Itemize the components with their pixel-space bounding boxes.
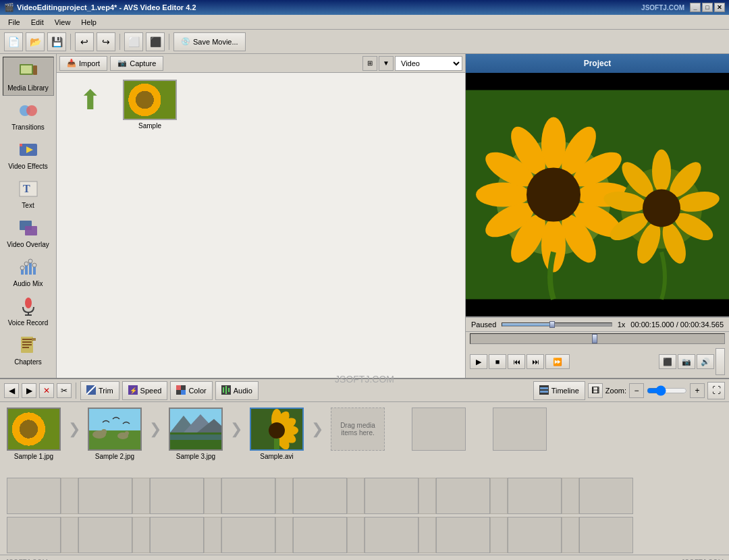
save-movie-button[interactable]: 💿 Save Movie...	[173, 32, 246, 51]
project-preview	[466, 73, 729, 316]
timeline-item-1[interactable]: Sample 2.jpg	[88, 408, 142, 460]
layout1-button[interactable]: ⬜	[124, 32, 143, 51]
stop-button[interactable]: ■	[489, 354, 506, 369]
small-arrow-r2-8	[562, 517, 579, 553]
small-thumb-7	[436, 478, 490, 514]
menu-help[interactable]: Help	[76, 17, 102, 28]
undo-button[interactable]: ↩	[75, 32, 94, 51]
play-button[interactable]: ▶	[470, 354, 487, 369]
seek-thumb	[592, 334, 597, 343]
maximize-button[interactable]: □	[702, 3, 713, 12]
trim-button[interactable]: Trim	[80, 381, 119, 400]
time-display: 00:00:15.000 / 00:00:34.565	[630, 320, 724, 329]
preview-art	[466, 73, 729, 316]
menu-edit[interactable]: Edit	[26, 17, 49, 28]
svg-rect-90	[274, 439, 279, 449]
svg-point-89	[269, 422, 285, 439]
window-title: VideoEditingproject_1.vep4* - AVS Video …	[17, 3, 641, 11]
media-toolbar: 📥 Import 📷 Capture ⊞ ▼ Video	[57, 54, 465, 73]
thumb-sunflower-2	[251, 409, 302, 449]
view-fullscreen-button[interactable]: ⬛	[659, 354, 676, 369]
nav-back-button[interactable]: ◀	[4, 383, 19, 398]
menu-view[interactable]: View	[49, 17, 76, 28]
sidebar-item-transitions[interactable]: Transitions	[3, 96, 54, 135]
seek-bar[interactable]	[470, 333, 725, 344]
audio-mix-label: Audio Mix	[14, 280, 43, 287]
svg-rect-14	[29, 262, 32, 275]
timeline-item-0[interactable]: Sample 1.jpg	[7, 408, 61, 460]
timeline-thumb-3	[250, 408, 304, 451]
redo-button[interactable]: ↪	[97, 32, 115, 51]
media-type-select[interactable]: Video	[395, 56, 462, 71]
layout2-button[interactable]: ⬛	[146, 32, 165, 51]
thumb-birds	[89, 409, 140, 449]
speed-label: Speed	[140, 387, 162, 395]
next-frame-button[interactable]: ⏭	[526, 354, 544, 369]
project-controls: Paused 1x 00:00:15.000 / 00:00:34.565 ▶ …	[466, 316, 729, 378]
menu-file[interactable]: File	[3, 17, 26, 28]
svg-rect-13	[25, 265, 28, 275]
import-button[interactable]: 📥 Import	[59, 56, 107, 71]
main-toolbar: 📄 📂 💾 ↩ ↪ ⬜ ⬛ 💿 Save Movie...	[0, 30, 729, 54]
bottom-status-bar: JSOFTJ.COM JSOFTJ.COM	[0, 555, 729, 560]
color-button[interactable]: Color	[170, 381, 212, 400]
menubar: File Edit View Help	[0, 15, 729, 30]
sidebar-item-text[interactable]: T Text	[3, 174, 54, 213]
sidebar-item-media-library[interactable]: Media Library	[3, 57, 54, 96]
filter-dropdown-btn[interactable]: ▼	[379, 56, 394, 71]
speed-button[interactable]: ⚡ Speed	[122, 381, 168, 400]
capture-button[interactable]: 📷 Capture	[110, 56, 163, 71]
new-button[interactable]: 📄	[4, 32, 23, 51]
sidebar-item-audio-mix[interactable]: Audio Mix	[3, 252, 54, 291]
import-shortcut[interactable]: ⬆	[63, 80, 117, 130]
delete-button[interactable]: ✕	[39, 383, 54, 398]
audio-button[interactable]: 🔊	[697, 354, 714, 369]
storyboard-btn[interactable]: 🎞	[588, 383, 603, 398]
timeline-drop-zone[interactable]: Drag media items here.	[331, 408, 385, 451]
timeline-item-2[interactable]: Sample 3.jpg	[169, 408, 223, 460]
sidebar-item-voice-record[interactable]: Voice Record	[3, 291, 54, 331]
audio-edit-button[interactable]: Audio	[215, 381, 259, 400]
timeline-main-row: Sample 1.jpg ❯	[0, 402, 729, 476]
jsoftj-brand: JSOFTJ.COM	[641, 4, 684, 11]
small-thumb-row2-3	[150, 517, 204, 553]
svg-point-75	[125, 431, 129, 435]
fullscreen-button[interactable]: ⛶	[707, 382, 725, 399]
zoom-slider[interactable]	[647, 385, 687, 396]
small-thumb-row2-5	[293, 517, 347, 553]
open-button[interactable]: 📂	[26, 32, 45, 51]
chapters-icon	[18, 335, 39, 356]
toolbar-separator-3	[169, 34, 169, 50]
small-thumb-8	[508, 478, 562, 514]
sidebar-item-video-effects[interactable]: Video Effects	[3, 135, 54, 174]
svg-point-46	[652, 150, 671, 193]
sidebar-item-chapters[interactable]: Chapters	[3, 331, 54, 370]
project-header: Project	[466, 54, 729, 73]
timeline-view-button[interactable]: Timeline	[533, 381, 585, 400]
media-item-sample[interactable]: Sample	[123, 80, 177, 130]
timeline-item-3[interactable]: Sample.avi	[250, 408, 304, 460]
screenshot-button[interactable]: 📷	[678, 354, 695, 369]
prev-frame-button[interactable]: ⏮	[508, 354, 525, 369]
jump-button[interactable]: ⏩	[545, 354, 570, 369]
color-icon	[176, 385, 186, 396]
svg-rect-81	[170, 435, 221, 440]
svg-rect-24	[22, 339, 32, 340]
cut-button[interactable]: ✂	[57, 383, 72, 398]
drop-zone-label: Drag media items here.	[331, 422, 384, 437]
volume-slider[interactable]	[716, 348, 725, 375]
close-button[interactable]: ✕	[714, 3, 725, 12]
sidebar: Media Library Transitions Video Effects	[0, 54, 57, 378]
nav-forward-button[interactable]: ▶	[22, 383, 36, 398]
playback-status-bar: Paused 1x 00:00:15.000 / 00:00:34.565	[466, 317, 729, 332]
zoom-in-button[interactable]: +	[690, 383, 705, 398]
minimize-button[interactable]: _	[690, 3, 701, 12]
save-button[interactable]: 💾	[47, 32, 66, 51]
svg-rect-25	[22, 341, 32, 343]
svg-point-55	[643, 190, 680, 227]
progress-bar[interactable]	[502, 323, 612, 327]
timeline-thumb-0	[7, 408, 61, 451]
sidebar-item-video-overlay[interactable]: Video Overlay	[3, 213, 54, 252]
zoom-out-button[interactable]: −	[629, 383, 644, 398]
filter-grid-btn[interactable]: ⊞	[362, 56, 377, 71]
